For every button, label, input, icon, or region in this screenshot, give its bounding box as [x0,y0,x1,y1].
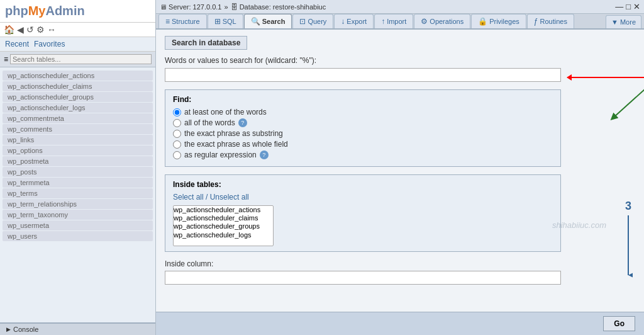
routines-icon: ƒ [534,17,538,26]
list-item[interactable]: wp_actionscheduler_claims [3,81,153,91]
recent-link[interactable]: Recent [5,40,29,48]
reload-icon[interactable]: ↺ [26,25,34,35]
sidebar-search-area: ≡ [0,52,155,67]
logo-my: My [28,4,46,18]
tables-select[interactable]: wp_actionscheduler_actions wp_actionsche… [173,205,274,246]
radio-at-least[interactable] [173,108,181,116]
annotation-2: 2 [635,83,644,96]
tab-sql[interactable]: ⊞ SQL [208,14,243,28]
arrow-3-svg [624,215,633,278]
export-icon: ↓ [341,17,345,26]
window-controls: — □ ✕ [615,2,640,11]
table-option-3: wp_actionscheduler_groups [174,222,273,230]
annotation-3: 3 [624,200,633,278]
inside-column-section: Inside column: [165,259,635,285]
search-words-label: Words or values to search for (wildcard:… [165,56,635,65]
inside-column-label: Inside column: [165,259,635,268]
close-icon[interactable]: ✕ [633,2,640,11]
radio-regex-label: as regular expression [184,150,257,159]
list-item[interactable]: wp_options [3,145,153,156]
help-icon-2[interactable]: ? [260,150,269,159]
inside-tables-legend: Inside tables: [173,180,553,189]
privileges-icon: 🔒 [478,17,487,26]
list-item[interactable]: wp_term_taxonomy [3,210,153,220]
list-item[interactable]: wp_actionscheduler_logs [3,103,153,113]
settings-icon[interactable]: ⚙ [36,25,45,35]
phpmyadmin-logo: phpMyAdmin [5,4,150,18]
tab-export[interactable]: ↓ Export [334,14,374,28]
search-in-database-title: Search in database [165,36,247,50]
tab-search[interactable]: 🔍 Search [244,14,292,28]
table-option-4: wp_actionscheduler_logs [174,231,273,239]
server-label: Server: 127.0.0.1 [169,3,221,11]
minimize-icon[interactable]: — [615,2,623,11]
select-all-link[interactable]: Select all / Unselect all [173,193,249,202]
find-box: Find: at least one of the words all of t… [165,89,561,167]
list-item[interactable]: wp_comments [3,124,153,134]
list-item[interactable]: wp_terms [3,188,153,198]
tab-operations[interactable]: ⚙ Operations [414,14,470,28]
sidebar: phpMyAdmin 🏠 ◀ ↺ ⚙ ↔ Recent Favorites ≡ … [0,0,156,335]
favorites-link[interactable]: Favorites [34,40,65,48]
import-icon: ↑ [381,17,385,26]
query-icon: ⊡ [299,17,306,26]
tab-structure[interactable]: ≡ Structure [158,14,207,28]
main-content: Search in database Words or values to se… [156,30,644,312]
tab-privileges[interactable]: 🔒 Privileges [471,14,526,28]
arrow-1-head [567,74,572,81]
home-icon[interactable]: 🏠 [4,25,14,35]
list-item[interactable]: wp_termmeta [3,178,153,188]
tab-more[interactable]: ▼ More [606,15,641,28]
radio-option-1: at least one of the words [173,108,553,116]
table-option-2: wp_actionscheduler_claims [174,214,273,222]
radio-all-words-label: all of the words [184,118,235,127]
sidebar-search-input[interactable] [10,54,152,64]
inside-tables-box: Inside tables: Select all / Unselect all… [165,174,561,252]
breadcrumb: 🖥 Server: 127.0.0.1 » 🗄 Database: restor… [156,0,644,14]
tab-bar: ≡ Structure ⊞ SQL 🔍 Search ⊡ Query ↓ Exp… [156,14,644,30]
list-item[interactable]: wp_postmeta [3,156,153,166]
list-item[interactable]: wp_actionscheduler_groups [3,92,153,102]
find-legend: Find: [173,95,553,104]
expand-icon[interactable]: ↔ [47,25,56,35]
radio-option-5: as regular expression ? [173,150,553,159]
breadcrumb-sep1: » [224,3,228,11]
tab-import[interactable]: ↑ Import [374,14,413,28]
tab-query[interactable]: ⊡ Query [292,14,333,28]
radio-all-words[interactable] [173,119,181,127]
back-icon[interactable]: ◀ [17,25,24,35]
sidebar-table-list: wp_actionscheduler_actions wp_actionsche… [0,67,155,322]
list-item[interactable]: wp_actionscheduler_actions [3,71,153,81]
list-item[interactable]: wp_posts [3,167,153,177]
radio-option-3: the exact phrase as substring [173,129,553,138]
search-input[interactable]: 22.345.67.81 [165,68,561,82]
arrow-2-svg [610,86,644,124]
radio-exact-substring[interactable] [173,130,181,138]
inside-column-input[interactable] [165,271,561,285]
list-item[interactable]: wp_usermeta [3,220,153,230]
search-tab-icon: 🔍 [251,17,260,26]
maximize-icon[interactable]: □ [626,2,631,11]
radio-option-2: all of the words ? [173,118,553,127]
logo-php: php [5,4,28,18]
list-item[interactable]: wp_commentmeta [3,113,153,123]
search-input-row: 22.345.67.81 1 [165,68,635,82]
logo-admin: Admin [45,4,84,18]
help-icon-1[interactable]: ? [238,118,247,127]
server-breadcrumb: 🖥 Server: 127.0.0.1 [160,3,221,11]
operations-icon: ⚙ [421,17,428,26]
go-button[interactable]: Go [603,316,635,331]
sidebar-search-icon: ≡ [4,55,8,64]
console-bar[interactable]: ▶ Console [0,322,155,335]
annotation-3-label: 3 [625,200,631,213]
list-item[interactable]: wp_term_relationships [3,199,153,209]
list-item[interactable]: wp_links [3,135,153,145]
radio-exact-whole[interactable] [173,140,181,149]
tab-routines[interactable]: ƒ Routines [527,14,574,28]
radio-exact-substring-label: the exact phrase as substring [184,129,283,138]
main-area: 🖥 Server: 127.0.0.1 » 🗄 Database: restor… [156,0,644,335]
radio-regex[interactable] [173,151,181,159]
bottom-bar: Go [156,312,644,335]
console-toggle-icon: ▶ [6,326,11,332]
list-item[interactable]: wp_users [3,231,153,241]
